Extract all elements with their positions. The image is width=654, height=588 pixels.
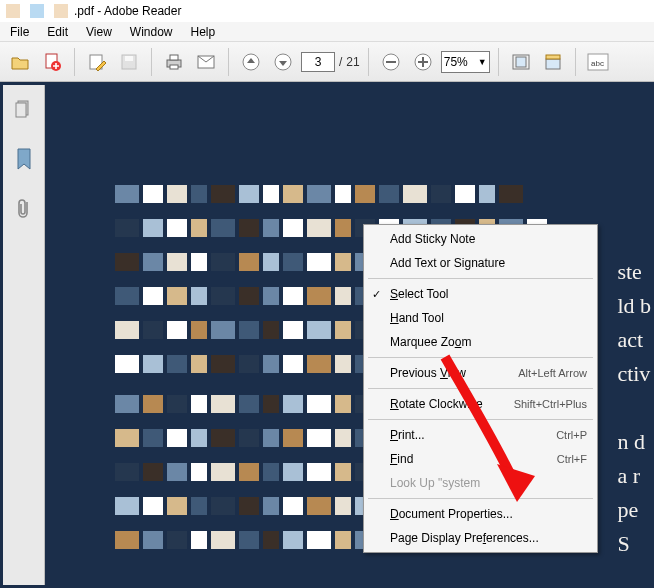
- context-item-find[interactable]: FindCtrl+F: [366, 447, 595, 471]
- title-swatches: [6, 4, 68, 18]
- toolbar: / 21 75%▼ abc: [0, 42, 654, 82]
- context-label: Add Sticky Note: [390, 232, 587, 246]
- svg-rect-4: [125, 56, 133, 61]
- tools-button[interactable]: [539, 48, 567, 76]
- context-item-select-tool[interactable]: ✓Select Tool: [366, 282, 595, 306]
- page-total: 21: [346, 55, 359, 69]
- context-shortcut: Alt+Left Arrow: [518, 367, 587, 379]
- page-indicator: / 21: [301, 52, 360, 72]
- context-label: Rotate Clockwise: [390, 397, 514, 411]
- print-button[interactable]: [160, 48, 188, 76]
- window-title: .pdf - Adobe Reader: [74, 4, 181, 18]
- save-button[interactable]: [115, 48, 143, 76]
- svg-rect-7: [170, 65, 178, 69]
- context-label: Previous View: [390, 366, 518, 380]
- context-label: Page Display Preferences...: [390, 531, 587, 545]
- menu-window[interactable]: Window: [122, 23, 181, 41]
- context-shortcut: Ctrl+P: [556, 429, 587, 441]
- context-item-previous-view[interactable]: Previous ViewAlt+Left Arrow: [366, 361, 595, 385]
- svg-rect-12: [386, 61, 396, 63]
- context-menu: Add Sticky NoteAdd Text or Signature✓Sel…: [363, 224, 598, 553]
- menu-file[interactable]: File: [2, 23, 37, 41]
- attachments-icon[interactable]: [9, 195, 39, 223]
- menu-help[interactable]: Help: [183, 23, 224, 41]
- peeking-text: ste ld b act ctiv n d a r pe S: [617, 255, 651, 561]
- context-label: Print...: [390, 428, 556, 442]
- context-separator: [368, 419, 593, 420]
- context-separator: [368, 498, 593, 499]
- svg-rect-15: [422, 57, 424, 67]
- context-shortcut: Ctrl+F: [557, 453, 587, 465]
- context-item-page-display-preferences[interactable]: Page Display Preferences...: [366, 526, 595, 550]
- context-label: Find: [390, 452, 557, 466]
- context-separator: [368, 357, 593, 358]
- context-separator: [368, 278, 593, 279]
- context-item-document-properties[interactable]: Document Properties...: [366, 502, 595, 526]
- zoom-select[interactable]: 75%▼: [441, 51, 490, 73]
- email-button[interactable]: [192, 48, 220, 76]
- zoom-out-button[interactable]: [377, 48, 405, 76]
- title-bar: .pdf - Adobe Reader: [0, 0, 654, 22]
- page-up-button[interactable]: [237, 48, 265, 76]
- create-pdf-button[interactable]: [38, 48, 66, 76]
- page-down-button[interactable]: [269, 48, 297, 76]
- menu-view[interactable]: View: [78, 23, 120, 41]
- svg-text:abc: abc: [591, 59, 604, 68]
- edit-button[interactable]: [83, 48, 111, 76]
- context-item-add-text-or-signature[interactable]: Add Text or Signature: [366, 251, 595, 275]
- svg-rect-17: [516, 57, 526, 67]
- page-input[interactable]: [301, 52, 335, 72]
- fit-button[interactable]: [507, 48, 535, 76]
- svg-rect-19: [546, 55, 560, 59]
- context-item-print[interactable]: Print...Ctrl+P: [366, 423, 595, 447]
- context-item-marquee-zoom[interactable]: Marquee Zoom: [366, 330, 595, 354]
- menu-edit[interactable]: Edit: [39, 23, 76, 41]
- thumbnails-icon[interactable]: [9, 95, 39, 123]
- zoom-in-button[interactable]: [409, 48, 437, 76]
- context-item-hand-tool[interactable]: Hand Tool: [366, 306, 595, 330]
- context-label: Look Up "system: [390, 476, 587, 490]
- open-button[interactable]: [6, 48, 34, 76]
- context-label: Hand Tool: [390, 311, 587, 325]
- bookmarks-icon[interactable]: [9, 145, 39, 173]
- menu-bar: File Edit View Window Help: [0, 22, 654, 42]
- context-item-add-sticky-note[interactable]: Add Sticky Note: [366, 227, 595, 251]
- context-item-rotate-clockwise[interactable]: Rotate ClockwiseShift+Ctrl+Plus: [366, 392, 595, 416]
- page-sep: /: [339, 55, 342, 69]
- text-button[interactable]: abc: [584, 48, 612, 76]
- context-separator: [368, 388, 593, 389]
- svg-rect-18: [546, 59, 560, 69]
- context-shortcut: Shift+Ctrl+Plus: [514, 398, 587, 410]
- context-label: Select Tool: [390, 287, 587, 301]
- context-item-look-up-system: Look Up "system: [366, 471, 595, 495]
- svg-rect-6: [170, 55, 178, 60]
- context-label: Document Properties...: [390, 507, 587, 521]
- context-label: Marquee Zoom: [390, 335, 587, 349]
- svg-rect-23: [16, 103, 26, 117]
- context-label: Add Text or Signature: [390, 256, 587, 270]
- check-icon: ✓: [372, 288, 381, 301]
- sidebar: [3, 85, 45, 585]
